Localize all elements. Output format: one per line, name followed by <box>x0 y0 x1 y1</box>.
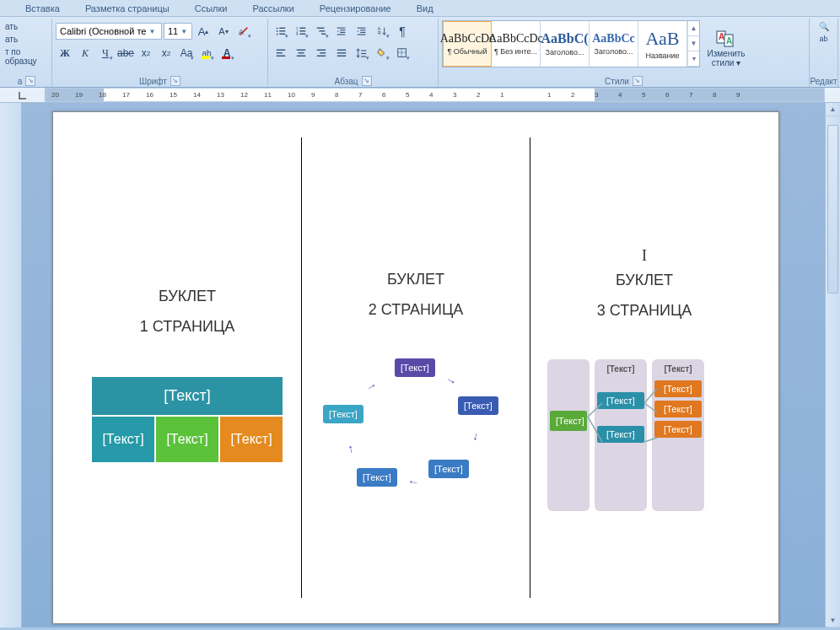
svg-text:Я: Я <box>378 30 381 35</box>
col3-title: БУКЛЕТ 3 СТРАНИЦА <box>597 265 692 326</box>
show-marks-button[interactable]: ¶ <box>393 22 412 40</box>
gallery-expand[interactable]: ▾ <box>688 51 699 67</box>
find-button[interactable]: 🔍 <box>813 20 834 33</box>
change-styles-button[interactable]: AA Изменить стили ▾ <box>703 20 749 75</box>
style-heading2[interactable]: AaBbCc Заголово... <box>590 21 638 67</box>
superscript-button[interactable]: x2 <box>157 44 175 62</box>
font-family-value: Calibri (Основной те <box>60 26 146 36</box>
gallery-scroll: ▲ ▼ ▾ <box>687 21 699 67</box>
multilevel-button[interactable] <box>312 22 331 40</box>
style-title[interactable]: АаВ Название <box>638 21 687 67</box>
svg-rect-36 <box>337 52 347 53</box>
style-sample: AaBbCc <box>592 32 635 46</box>
increase-indent-button[interactable] <box>353 22 371 40</box>
clipboard-dialog-launcher[interactable]: ↘ <box>25 76 35 86</box>
tab-insert[interactable]: Вставка <box>25 3 60 13</box>
gallery-scroll-down[interactable]: ▼ <box>688 36 699 51</box>
table-header[interactable]: [Текст] <box>91 376 283 416</box>
font-size-combo[interactable]: 11▼ <box>164 23 192 40</box>
gallery-scroll-up[interactable]: ▲ <box>688 21 699 36</box>
highlight-color-button[interactable]: ab <box>197 44 216 62</box>
hier-node[interactable]: [Текст] <box>597 426 644 443</box>
table-cell[interactable]: [Текст] <box>219 416 283 463</box>
tab-pagelayout[interactable]: Разметка страницы <box>85 3 170 13</box>
ribbon-tabs: Вставка Разметка страницы Ссылки Рассылк… <box>0 0 840 17</box>
vertical-ruler[interactable] <box>0 103 22 627</box>
smartart-table[interactable]: [Текст] [Текст] [Текст] [Текст] <box>90 375 284 464</box>
cycle-node[interactable]: [Текст] <box>428 460 469 478</box>
svg-text:3: 3 <box>296 32 299 36</box>
font-color-button[interactable]: A <box>218 44 236 62</box>
tab-review[interactable]: Рецензирование <box>320 3 391 13</box>
scroll-up-button[interactable]: ▲ <box>826 103 840 116</box>
shading-button[interactable] <box>373 44 391 62</box>
underline-button[interactable]: Ч <box>96 44 115 62</box>
scroll-track[interactable] <box>826 116 840 614</box>
style-heading1[interactable]: AaBbC( Заголово... <box>541 21 590 67</box>
svg-rect-39 <box>361 53 366 54</box>
svg-rect-22 <box>360 32 365 33</box>
borders-button[interactable] <box>393 44 412 62</box>
line-spacing-button[interactable] <box>353 44 371 62</box>
format-painter-button[interactable]: т по образцу <box>5 46 48 67</box>
svg-rect-10 <box>299 30 305 31</box>
align-left-button[interactable] <box>272 44 290 62</box>
smartart-cycle[interactable]: [Текст] [Текст] [Текст] [Текст] [Текст] … <box>319 358 513 510</box>
table-cell[interactable]: [Текст] <box>155 416 219 463</box>
tab-references[interactable]: Ссылки <box>195 3 228 13</box>
justify-button[interactable] <box>332 44 351 62</box>
vertical-scrollbar[interactable]: ▲ ▼ <box>825 103 840 627</box>
italic-button[interactable]: К <box>76 44 94 62</box>
arrow-icon: → <box>342 443 358 457</box>
hier-node[interactable]: [Текст] <box>550 411 587 431</box>
hier-node[interactable]: [Текст] <box>654 421 702 438</box>
tab-view[interactable]: Вид <box>417 3 433 13</box>
shrink-font-button[interactable]: A▾ <box>214 22 233 40</box>
style-normal[interactable]: AaBbCcDc ¶ Обычный <box>443 21 492 67</box>
subscript-button[interactable]: x2 <box>137 44 155 62</box>
cycle-node[interactable]: [Текст] <box>395 358 435 377</box>
hier-node[interactable]: [Текст] <box>654 380 702 397</box>
sort-button[interactable]: AЯ <box>373 22 391 40</box>
page[interactable]: БУКЛЕТ 1 СТРАНИЦА [Текст] [Текст] [Текст… <box>52 111 779 624</box>
copy-button[interactable]: ать <box>5 33 48 46</box>
hier-node[interactable]: [Текст] <box>597 392 644 409</box>
scroll-down-button[interactable]: ▼ <box>826 614 840 627</box>
svg-rect-34 <box>317 56 326 57</box>
table-cell[interactable]: [Текст] <box>91 416 155 463</box>
tab-selector[interactable] <box>0 88 46 102</box>
strikethrough-button[interactable]: abe <box>116 44 135 62</box>
font-family-combo[interactable]: Calibri (Основной те▼ <box>56 23 162 40</box>
replace-button[interactable]: ab <box>813 33 834 45</box>
scroll-thumb[interactable] <box>827 125 838 293</box>
document-scroll[interactable]: БУКЛЕТ 1 СТРАНИЦА [Текст] [Текст] [Текст… <box>22 103 825 627</box>
align-right-button[interactable] <box>312 44 331 62</box>
font-dialog-launcher[interactable]: ↘ <box>170 76 180 86</box>
change-styles-icon: AA <box>714 29 738 49</box>
bullets-button[interactable] <box>272 22 290 40</box>
tab-mailings[interactable]: Рассылки <box>252 3 293 13</box>
horizontal-ruler[interactable]: 2019181716151413121110987654321123456789 <box>46 88 825 102</box>
style-nospacing[interactable]: AaBbCcDc ¶ Без инте... <box>492 21 541 67</box>
svg-rect-20 <box>358 28 366 29</box>
smartart-hierarchy[interactable]: [Текст] [Текст] [Текст] [Текст] [Текст] … <box>547 359 741 511</box>
decrease-indent-button[interactable] <box>332 22 351 40</box>
cycle-node[interactable]: [Текст] <box>357 468 397 487</box>
align-center-button[interactable] <box>292 44 310 62</box>
paragraph-dialog-launcher[interactable]: ↘ <box>362 76 372 86</box>
grow-font-button[interactable]: A▴ <box>194 22 213 40</box>
bold-button[interactable]: Ж <box>56 44 74 62</box>
styles-dialog-launcher[interactable]: ↘ <box>633 76 643 86</box>
svg-rect-18 <box>340 32 345 33</box>
group-label-paragraph: Абзац <box>334 77 358 86</box>
hier-node[interactable]: [Текст] <box>654 401 702 417</box>
cycle-node[interactable]: [Текст] <box>323 405 363 423</box>
clear-format-button[interactable]: A <box>234 22 253 40</box>
font-size-value: 11 <box>168 26 178 36</box>
cycle-node[interactable]: [Текст] <box>458 396 498 415</box>
svg-point-3 <box>277 30 278 32</box>
group-clipboard: ать ать т по образцу а ↘ <box>2 19 52 87</box>
numbering-button[interactable]: 123 <box>292 22 310 40</box>
change-case-button[interactable]: Aa <box>177 44 196 62</box>
cut-button[interactable]: ать <box>5 20 48 33</box>
